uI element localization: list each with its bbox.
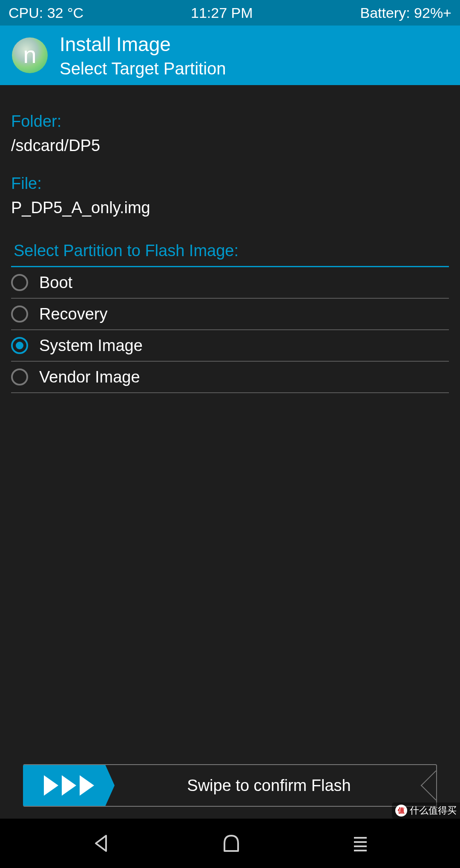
file-label: File:: [11, 174, 449, 193]
home-icon[interactable]: [219, 831, 243, 855]
partition-option-label: Vendor Image: [39, 368, 140, 386]
partition-option-system-image[interactable]: System Image: [11, 330, 449, 362]
app-logo-icon: n: [12, 37, 48, 73]
arrow-right-icon: [44, 775, 58, 796]
watermark-text: 什么值得买: [410, 804, 457, 817]
header-text: Install Image Select Target Partition: [60, 33, 226, 78]
radio-icon: [11, 368, 28, 385]
statusbar-battery: Battery: 92%+: [360, 5, 451, 21]
partition-option-boot[interactable]: Boot: [11, 267, 449, 299]
statusbar-time: 11:27 PM: [191, 5, 253, 21]
partition-option-label: System Image: [39, 337, 143, 355]
back-icon[interactable]: [89, 831, 113, 855]
partition-option-vendor-image[interactable]: Vendor Image: [11, 362, 449, 393]
partition-option-label: Recovery: [39, 305, 108, 323]
file-value: P_DP5_A_only.img: [11, 199, 449, 217]
menu-icon[interactable]: [350, 833, 371, 854]
partition-option-recovery[interactable]: Recovery: [11, 299, 449, 330]
navbar: [0, 819, 460, 868]
watermark: 值 什么值得买: [392, 802, 460, 819]
app-logo-letter: n: [23, 41, 36, 69]
swipe-confirm-area: Swipe to confirm Flash: [11, 764, 449, 807]
header: n Install Image Select Target Partition: [0, 26, 460, 85]
page-subtitle: Select Target Partition: [60, 59, 226, 78]
arrow-right-icon: [80, 775, 94, 796]
radio-icon: [11, 337, 28, 354]
swipe-handle[interactable]: [23, 765, 115, 806]
swipe-label: Swipe to confirm Flash: [115, 777, 436, 795]
arrow-right-icon: [62, 775, 76, 796]
folder-value: /sdcard/DP5: [11, 137, 449, 155]
main-content: Folder: /sdcard/DP5 File: P_DP5_A_only.i…: [0, 85, 460, 819]
watermark-badge-icon: 值: [395, 805, 407, 817]
partition-option-label: Boot: [39, 274, 72, 292]
radio-icon: [11, 306, 28, 323]
partition-section-title: Select Partition to Flash Image:: [11, 242, 449, 267]
folder-label: Folder:: [11, 112, 449, 131]
swipe-track: Swipe to confirm Flash: [23, 764, 437, 807]
statusbar: CPU: 32 °C 11:27 PM Battery: 92%+: [0, 0, 460, 26]
radio-icon: [11, 274, 28, 291]
statusbar-cpu: CPU: 32 °C: [9, 5, 83, 21]
page-title: Install Image: [60, 33, 226, 56]
